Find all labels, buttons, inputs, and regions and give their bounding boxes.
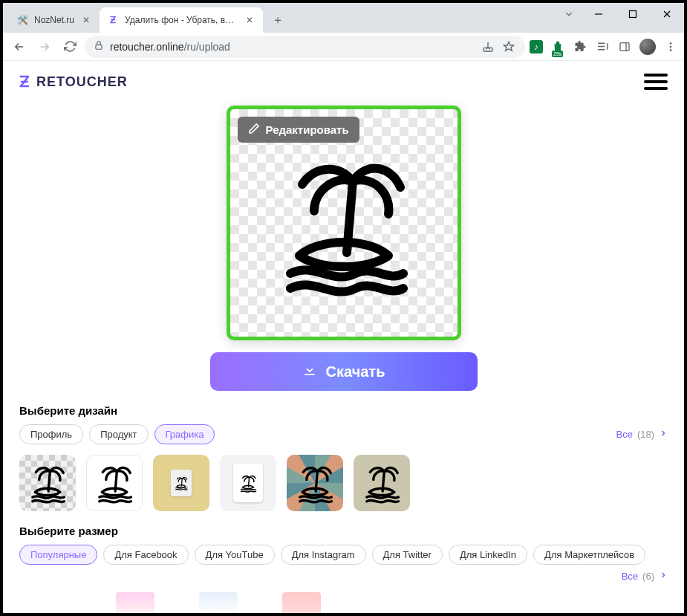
page-content: Ƶ RETOUCHER Редактировать Скачать Выбери… [3,61,684,613]
size-title: Выберите размер [19,525,668,537]
chip-linkedin[interactable]: Для LinkedIn [449,545,527,565]
chip-instagram[interactable]: Для Instagram [281,545,366,565]
design-thumb[interactable] [220,455,276,511]
download-button[interactable]: Скачать [210,352,478,391]
all-count: (18) [637,429,654,440]
svg-rect-5 [483,48,492,51]
download-icon [302,363,317,381]
extension-icons: ♪ 29s [530,39,678,55]
star-icon[interactable] [501,39,516,54]
puzzle-icon[interactable] [573,39,587,54]
brand-logo[interactable]: Ƶ RETOUCHER [19,73,128,91]
app-header: Ƶ RETOUCHER [3,61,684,103]
chip-graphics[interactable]: Графика [154,424,215,444]
menu-button[interactable] [644,74,668,90]
pencil-icon [248,123,260,137]
all-label: Все [616,429,632,440]
extension-badge: 29s [552,51,563,57]
chevron-right-icon [659,571,668,582]
design-thumb[interactable] [287,455,343,511]
maximize-button[interactable] [616,3,650,25]
design-thumb[interactable] [19,455,76,511]
svg-point-8 [670,42,672,45]
profile-avatar[interactable] [639,39,656,55]
palm-island-icon [270,149,418,297]
share-icon[interactable] [481,39,495,54]
all-label: Все [622,571,638,582]
logo-mark-icon: Ƶ [19,73,30,91]
forward-button[interactable] [34,36,55,57]
close-icon[interactable]: ✕ [244,14,255,26]
tab-retoucher[interactable]: Ƶ Удалить фон - Убрать, вырезать ✕ [100,7,263,33]
edit-label: Редактировать [266,123,349,136]
close-icon[interactable]: ✕ [80,14,92,26]
chip-popular[interactable]: Популярные [19,545,97,565]
lock-icon [94,40,104,53]
svg-rect-1 [630,11,636,18]
design-all-link[interactable]: Все (18) [616,429,668,440]
retoucher-favicon-icon: Ƶ [107,14,119,26]
chip-twitter[interactable]: Для Twitter [372,545,443,565]
size-section: Выберите размер Популярные Для Facebook … [3,511,684,613]
all-count: (6) [642,571,654,582]
tab-noznet[interactable]: 🛠️ NozNet.ru ✕ [9,7,100,33]
new-tab-button[interactable]: ＋ [267,10,288,30]
svg-point-9 [670,45,672,48]
close-window-button[interactable] [650,3,684,25]
reading-list-icon[interactable] [595,39,610,54]
size-thumb[interactable] [116,592,154,613]
bag-extension-icon[interactable]: 29s [550,39,565,54]
design-title: Выберите дизайн [19,404,668,417]
chip-marketplace[interactable]: Для Маркетплейсов [533,545,645,565]
size-thumb[interactable] [199,592,238,613]
chip-facebook[interactable]: Для Facebook [103,545,188,565]
svg-point-10 [670,49,672,51]
address-bar[interactable]: retoucher.online/ru/upload [85,36,525,58]
tab-strip: 🛠️ NozNet.ru ✕ Ƶ Удалить фон - Убрать, в… [9,7,678,33]
tab-search-icon[interactable] [564,9,574,22]
size-all-link[interactable]: Все (6) [622,571,668,582]
tab-title: Удалить фон - Убрать, вырезать [125,15,238,25]
edit-button[interactable]: Редактировать [238,117,359,143]
design-thumbs [19,455,668,511]
svg-rect-4 [96,45,102,49]
minimize-button[interactable] [582,3,616,25]
download-label: Скачать [326,363,385,380]
browser-toolbar: retoucher.online/ru/upload ♪ 29s [3,33,684,61]
design-section: Выберите дизайн Профиль Продукт Графика … [3,391,684,511]
browser-titlebar: 🛠️ NozNet.ru ✕ Ƶ Удалить фон - Убрать, в… [3,3,684,33]
design-chip-row: Профиль Продукт Графика Все (18) [19,424,668,444]
chevron-right-icon [659,429,668,440]
url-text: retoucher.online/ru/upload [110,41,475,53]
size-thumbs-partial [19,582,668,613]
design-thumb[interactable] [354,455,410,511]
window-controls [582,3,684,25]
back-button[interactable] [9,36,30,57]
chip-youtube[interactable]: Для YouTube [195,545,275,565]
size-thumb[interactable] [282,592,321,613]
image-preview[interactable]: Редактировать [227,106,461,340]
menu-icon[interactable] [663,39,678,54]
wrench-icon: 🛠️ [16,14,28,26]
side-panel-icon[interactable] [617,39,632,54]
chip-profile[interactable]: Профиль [19,424,83,444]
reload-button[interactable] [59,36,80,57]
tab-title: NozNet.ru [34,15,74,25]
design-thumb[interactable] [86,455,143,511]
chip-product[interactable]: Продукт [89,424,148,444]
size-chip-row: Популярные Для Facebook Для YouTube Для … [19,545,668,582]
brand-name: RETOUCHER [36,74,128,90]
canvas-area: Редактировать Скачать [3,103,684,391]
svg-rect-6 [620,42,629,51]
design-thumb[interactable] [153,455,209,511]
music-extension-icon[interactable]: ♪ [530,40,543,54]
